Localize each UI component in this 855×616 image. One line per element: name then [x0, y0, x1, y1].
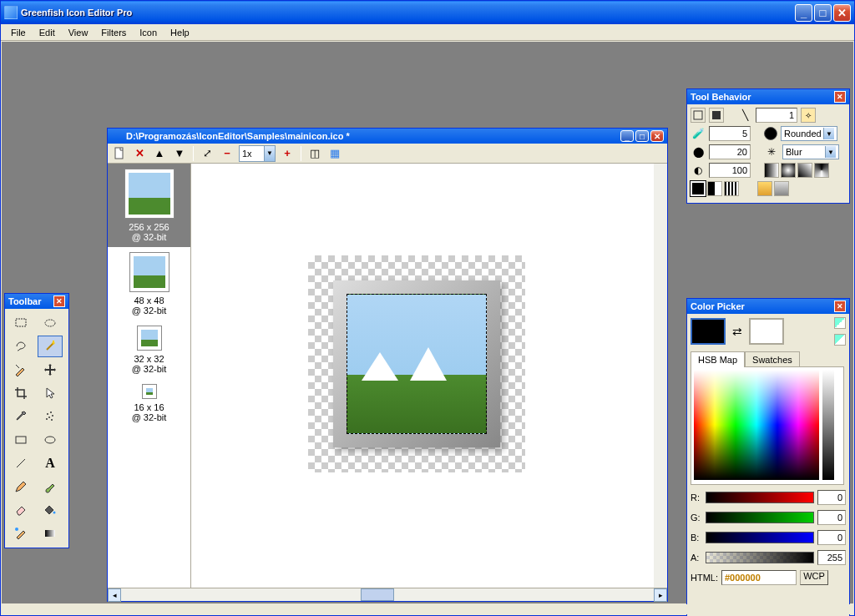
text-tool[interactable]: A — [38, 452, 63, 474]
close-button[interactable]: ✕ — [833, 4, 851, 22]
scroll-left-button[interactable]: ◂ — [108, 588, 121, 602]
minimize-button[interactable]: _ — [795, 4, 812, 22]
opacity-input[interactable] — [709, 163, 751, 178]
scroll-track[interactable] — [121, 588, 654, 601]
transparent-fg-button[interactable] — [834, 317, 846, 329]
b-input[interactable] — [817, 530, 846, 545]
page-item-256[interactable]: 256 x 256 @ 32-bit — [108, 164, 190, 247]
wcp-button[interactable]: WCP — [800, 570, 828, 585]
tab-hsb-map[interactable]: HSB Map — [691, 351, 745, 367]
new-page-button[interactable] — [111, 145, 128, 162]
color-picker-close-button[interactable]: ✕ — [834, 300, 846, 312]
scroll-right-button[interactable]: ▸ — [654, 588, 667, 602]
lasso-tool[interactable] — [8, 336, 33, 357]
zoom-combo[interactable]: 1x ▼ — [239, 145, 276, 162]
canvas-area[interactable] — [191, 164, 667, 588]
pattern-half-button[interactable] — [707, 181, 722, 196]
rect-select-tool[interactable] — [8, 312, 33, 334]
wand-options-button[interactable]: ✧ — [801, 108, 816, 123]
zoom-in-button[interactable]: + — [279, 145, 296, 162]
move-tool[interactable] — [38, 359, 63, 381]
grad-spiral-button[interactable] — [814, 163, 829, 178]
pages-strip[interactable]: 256 x 256 @ 32-bit 48 x 48 @ 32-bit 32 x… — [108, 164, 191, 588]
menu-file[interactable]: File — [4, 26, 33, 39]
toolbar-close-button[interactable]: ✕ — [53, 295, 65, 307]
line-tool[interactable] — [8, 452, 33, 474]
menu-view[interactable]: View — [62, 26, 95, 39]
transparent-bg-button[interactable] — [834, 334, 846, 346]
grid-button[interactable]: ▦ — [326, 145, 343, 162]
zoom-fit-button[interactable]: ⤢ — [199, 145, 215, 162]
hue-saturation-map[interactable] — [694, 370, 819, 480]
g-input[interactable] — [817, 510, 846, 525]
gradient-tool[interactable] — [38, 523, 63, 544]
fill-gray-button[interactable] — [774, 181, 789, 196]
arrow-select-tool[interactable] — [38, 382, 63, 404]
pencil-line-tool[interactable] — [8, 359, 33, 381]
color-picker-titlebar[interactable]: Color Picker ✕ — [687, 299, 849, 314]
shape-mode-combo[interactable]: Rounded▼ — [781, 126, 837, 141]
grad-radial-button[interactable] — [781, 163, 796, 178]
html-color-input[interactable] — [721, 570, 797, 585]
doc-close-button[interactable]: ✕ — [650, 130, 664, 142]
toolbar-titlebar[interactable]: Toolbar ✕ — [5, 294, 68, 309]
rectangle-tool[interactable] — [8, 429, 33, 451]
brush-size-input[interactable] — [709, 144, 751, 159]
pattern-solid-button[interactable] — [691, 181, 706, 196]
line-width-input[interactable] — [756, 108, 797, 123]
foreground-swatch[interactable] — [691, 318, 726, 345]
page-item-16[interactable]: 16 x 16 @ 32-bit — [108, 379, 190, 427]
document-titlebar[interactable]: D:\Programozás\IconEditor\Samples\mainic… — [108, 129, 667, 144]
zoom-out-button[interactable]: − — [219, 145, 235, 162]
wand-tool[interactable] — [38, 336, 63, 357]
ellipse-tool[interactable] — [38, 429, 63, 451]
menu-filters[interactable]: Filters — [94, 26, 133, 39]
brush-tool[interactable] — [38, 476, 63, 497]
move-down-button[interactable]: ▼ — [171, 145, 188, 162]
tolerance-input[interactable] — [709, 126, 751, 141]
r-slider[interactable] — [706, 492, 814, 503]
menu-help[interactable]: Help — [164, 26, 196, 39]
crop-tool[interactable] — [8, 382, 33, 404]
tab-swatches[interactable]: Swatches — [745, 351, 800, 367]
recolor-tool[interactable] — [8, 523, 33, 544]
b-slider[interactable] — [706, 532, 814, 543]
maximize-button[interactable]: □ — [814, 4, 832, 22]
bucket-tool[interactable] — [38, 499, 63, 521]
background-swatch[interactable] — [749, 318, 784, 345]
g-slider[interactable] — [706, 512, 814, 523]
ellipse-select-tool[interactable] — [38, 312, 63, 334]
menu-edit[interactable]: Edit — [33, 26, 62, 39]
app-titlebar[interactable]: Greenfish Icon Editor Pro _ □ ✕ — [1, 1, 854, 24]
vertical-scrollbar[interactable] — [654, 164, 667, 588]
horizontal-scrollbar[interactable]: ◂ ▸ — [108, 588, 667, 601]
pattern-stripes-button[interactable] — [724, 181, 739, 196]
effect-combo[interactable]: Blur▼ — [782, 144, 839, 159]
doc-maximize-button[interactable]: □ — [635, 130, 649, 142]
a-input[interactable] — [817, 550, 846, 565]
page-item-48[interactable]: 48 x 48 @ 32-bit — [108, 247, 190, 321]
grad-linear-button[interactable] — [764, 163, 779, 178]
tool-behavior-close-button[interactable]: ✕ — [834, 91, 846, 103]
delete-page-button[interactable]: ✕ — [131, 145, 148, 162]
eyedropper-tool[interactable] — [8, 406, 33, 427]
page-item-32[interactable]: 32 x 32 @ 32-bit — [108, 321, 190, 379]
value-strip[interactable] — [822, 370, 834, 480]
frame-filled-button[interactable] — [709, 108, 724, 123]
menu-icon[interactable]: Icon — [133, 26, 164, 39]
move-up-button[interactable]: ▲ — [151, 145, 168, 162]
tool-behavior-titlebar[interactable]: Tool Behavior ✕ — [687, 89, 849, 104]
eraser-tool[interactable] — [8, 499, 33, 521]
swap-colors-button[interactable]: ⇄ — [732, 325, 742, 338]
spray-tool[interactable] — [38, 406, 63, 427]
center-button[interactable]: ◫ — [306, 145, 323, 162]
fill-gold-button[interactable] — [757, 181, 772, 196]
icon-preview[interactable] — [347, 294, 487, 434]
pencil-tool[interactable] — [8, 476, 33, 497]
r-input[interactable] — [817, 490, 846, 505]
doc-minimize-button[interactable]: _ — [620, 130, 634, 142]
frame-outline-button[interactable] — [691, 108, 706, 123]
scroll-thumb[interactable] — [361, 588, 394, 601]
a-slider[interactable] — [706, 552, 814, 563]
grad-conical-button[interactable] — [797, 163, 812, 178]
